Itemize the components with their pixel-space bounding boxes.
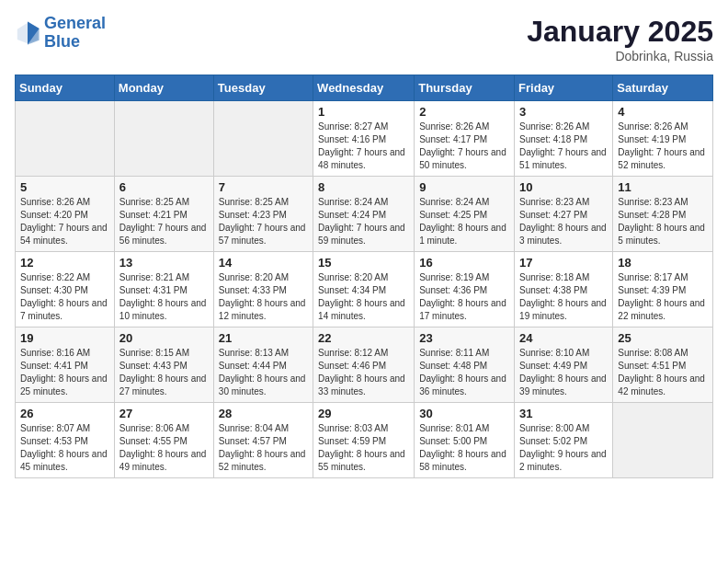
calendar-cell <box>114 101 213 177</box>
day-number: 3 <box>519 105 608 119</box>
calendar-cell: 29Sunrise: 8:03 AM Sunset: 4:59 PM Dayli… <box>313 403 415 478</box>
day-number: 10 <box>519 180 608 194</box>
day-info: Sunrise: 8:18 AM Sunset: 4:38 PM Dayligh… <box>519 271 608 323</box>
logo-line1: General <box>44 14 106 32</box>
weekday-header-friday: Friday <box>515 75 613 101</box>
logo-text: General Blue <box>44 15 106 52</box>
calendar-cell <box>213 101 313 177</box>
day-number: 24 <box>519 331 608 345</box>
day-number: 26 <box>20 407 109 420</box>
day-info: Sunrise: 8:24 AM Sunset: 4:25 PM Dayligh… <box>419 196 509 247</box>
day-number: 27 <box>119 407 209 420</box>
day-info: Sunrise: 8:10 AM Sunset: 4:49 PM Dayligh… <box>519 347 608 398</box>
calendar-cell: 8Sunrise: 8:24 AM Sunset: 4:24 PM Daylig… <box>313 177 415 252</box>
day-number: 14 <box>219 256 308 270</box>
calendar-cell: 4Sunrise: 8:26 AM Sunset: 4:19 PM Daylig… <box>613 101 713 177</box>
calendar-cell: 31Sunrise: 8:00 AM Sunset: 5:02 PM Dayli… <box>515 403 613 478</box>
day-number: 6 <box>119 180 209 194</box>
day-number: 21 <box>219 331 308 345</box>
week-row-2: 5Sunrise: 8:26 AM Sunset: 4:20 PM Daylig… <box>16 177 713 252</box>
day-number: 9 <box>419 180 509 194</box>
day-info: Sunrise: 8:23 AM Sunset: 4:28 PM Dayligh… <box>618 196 708 247</box>
day-number: 19 <box>20 331 109 345</box>
location: Dobrinka, Russia <box>527 49 713 63</box>
week-row-4: 19Sunrise: 8:16 AM Sunset: 4:41 PM Dayli… <box>16 327 713 403</box>
day-info: Sunrise: 8:16 AM Sunset: 4:41 PM Dayligh… <box>20 347 109 398</box>
day-info: Sunrise: 8:19 AM Sunset: 4:36 PM Dayligh… <box>419 271 509 323</box>
calendar-cell: 28Sunrise: 8:04 AM Sunset: 4:57 PM Dayli… <box>213 403 313 478</box>
calendar-cell: 2Sunrise: 8:26 AM Sunset: 4:17 PM Daylig… <box>415 101 515 177</box>
calendar-cell <box>613 403 713 478</box>
calendar-table: SundayMondayTuesdayWednesdayThursdayFrid… <box>15 75 713 478</box>
day-number: 22 <box>318 331 409 345</box>
calendar-cell: 12Sunrise: 8:22 AM Sunset: 4:30 PM Dayli… <box>16 252 115 327</box>
logo: General Blue <box>15 15 106 52</box>
day-info: Sunrise: 8:06 AM Sunset: 4:55 PM Dayligh… <box>119 422 209 474</box>
calendar-cell: 13Sunrise: 8:21 AM Sunset: 4:31 PM Dayli… <box>114 252 213 327</box>
day-info: Sunrise: 8:08 AM Sunset: 4:51 PM Dayligh… <box>618 347 708 398</box>
calendar-cell: 6Sunrise: 8:25 AM Sunset: 4:21 PM Daylig… <box>114 177 213 252</box>
day-number: 5 <box>20 180 109 194</box>
day-number: 8 <box>318 180 409 194</box>
calendar-cell: 18Sunrise: 8:17 AM Sunset: 4:39 PM Dayli… <box>613 252 713 327</box>
day-info: Sunrise: 8:24 AM Sunset: 4:24 PM Dayligh… <box>318 196 409 247</box>
calendar-cell: 3Sunrise: 8:26 AM Sunset: 4:18 PM Daylig… <box>515 101 613 177</box>
day-info: Sunrise: 8:04 AM Sunset: 4:57 PM Dayligh… <box>219 422 308 474</box>
calendar-cell: 23Sunrise: 8:11 AM Sunset: 4:48 PM Dayli… <box>415 327 515 403</box>
title-block: January 2025 Dobrinka, Russia <box>527 15 713 63</box>
weekday-header-saturday: Saturday <box>613 75 713 101</box>
calendar-cell: 16Sunrise: 8:19 AM Sunset: 4:36 PM Dayli… <box>415 252 515 327</box>
calendar-cell: 27Sunrise: 8:06 AM Sunset: 4:55 PM Dayli… <box>114 403 213 478</box>
day-info: Sunrise: 8:26 AM Sunset: 4:18 PM Dayligh… <box>519 121 608 172</box>
calendar-cell: 5Sunrise: 8:26 AM Sunset: 4:20 PM Daylig… <box>16 177 115 252</box>
day-number: 20 <box>119 331 209 345</box>
calendar-cell: 17Sunrise: 8:18 AM Sunset: 4:38 PM Dayli… <box>515 252 613 327</box>
day-info: Sunrise: 8:26 AM Sunset: 4:19 PM Dayligh… <box>618 121 708 172</box>
day-info: Sunrise: 8:15 AM Sunset: 4:43 PM Dayligh… <box>119 347 209 398</box>
day-info: Sunrise: 8:07 AM Sunset: 4:53 PM Dayligh… <box>20 422 109 474</box>
day-info: Sunrise: 8:01 AM Sunset: 5:00 PM Dayligh… <box>419 422 509 474</box>
day-number: 16 <box>419 256 509 270</box>
calendar-cell: 10Sunrise: 8:23 AM Sunset: 4:27 PM Dayli… <box>515 177 613 252</box>
calendar-cell: 19Sunrise: 8:16 AM Sunset: 4:41 PM Dayli… <box>16 327 115 403</box>
day-number: 17 <box>519 256 608 270</box>
calendar-cell: 30Sunrise: 8:01 AM Sunset: 5:00 PM Dayli… <box>415 403 515 478</box>
logo-icon <box>15 20 40 46</box>
calendar-cell: 26Sunrise: 8:07 AM Sunset: 4:53 PM Dayli… <box>16 403 115 478</box>
page-header: General Blue January 2025 Dobrinka, Russ… <box>15 15 713 63</box>
day-info: Sunrise: 8:20 AM Sunset: 4:33 PM Dayligh… <box>219 271 308 323</box>
day-number: 31 <box>519 407 608 420</box>
day-number: 15 <box>318 256 409 270</box>
day-number: 28 <box>219 407 308 420</box>
calendar-cell: 21Sunrise: 8:13 AM Sunset: 4:44 PM Dayli… <box>213 327 313 403</box>
calendar-cell: 20Sunrise: 8:15 AM Sunset: 4:43 PM Dayli… <box>114 327 213 403</box>
week-row-3: 12Sunrise: 8:22 AM Sunset: 4:30 PM Dayli… <box>16 252 713 327</box>
calendar-cell: 24Sunrise: 8:10 AM Sunset: 4:49 PM Dayli… <box>515 327 613 403</box>
weekday-header-row: SundayMondayTuesdayWednesdayThursdayFrid… <box>16 75 713 101</box>
month-title: January 2025 <box>527 15 713 49</box>
day-number: 18 <box>618 256 708 270</box>
calendar-cell: 15Sunrise: 8:20 AM Sunset: 4:34 PM Dayli… <box>313 252 415 327</box>
day-info: Sunrise: 8:26 AM Sunset: 4:17 PM Dayligh… <box>419 121 509 172</box>
day-info: Sunrise: 8:03 AM Sunset: 4:59 PM Dayligh… <box>318 422 409 474</box>
calendar-cell: 14Sunrise: 8:20 AM Sunset: 4:33 PM Dayli… <box>213 252 313 327</box>
calendar-cell <box>16 101 115 177</box>
calendar-cell: 1Sunrise: 8:27 AM Sunset: 4:16 PM Daylig… <box>313 101 415 177</box>
day-info: Sunrise: 8:25 AM Sunset: 4:21 PM Dayligh… <box>119 196 209 247</box>
calendar-cell: 7Sunrise: 8:25 AM Sunset: 4:23 PM Daylig… <box>213 177 313 252</box>
logo-line2: Blue <box>44 32 80 51</box>
day-info: Sunrise: 8:20 AM Sunset: 4:34 PM Dayligh… <box>318 271 409 323</box>
day-info: Sunrise: 8:27 AM Sunset: 4:16 PM Dayligh… <box>318 121 409 172</box>
weekday-header-tuesday: Tuesday <box>213 75 313 101</box>
day-number: 1 <box>318 105 409 119</box>
day-number: 2 <box>419 105 509 119</box>
day-info: Sunrise: 8:00 AM Sunset: 5:02 PM Dayligh… <box>519 422 608 474</box>
weekday-header-wednesday: Wednesday <box>313 75 415 101</box>
weekday-header-monday: Monday <box>114 75 213 101</box>
calendar-cell: 11Sunrise: 8:23 AM Sunset: 4:28 PM Dayli… <box>613 177 713 252</box>
day-info: Sunrise: 8:13 AM Sunset: 4:44 PM Dayligh… <box>219 347 308 398</box>
calendar-cell: 25Sunrise: 8:08 AM Sunset: 4:51 PM Dayli… <box>613 327 713 403</box>
weekday-header-thursday: Thursday <box>415 75 515 101</box>
week-row-1: 1Sunrise: 8:27 AM Sunset: 4:16 PM Daylig… <box>16 101 713 177</box>
week-row-5: 26Sunrise: 8:07 AM Sunset: 4:53 PM Dayli… <box>16 403 713 478</box>
